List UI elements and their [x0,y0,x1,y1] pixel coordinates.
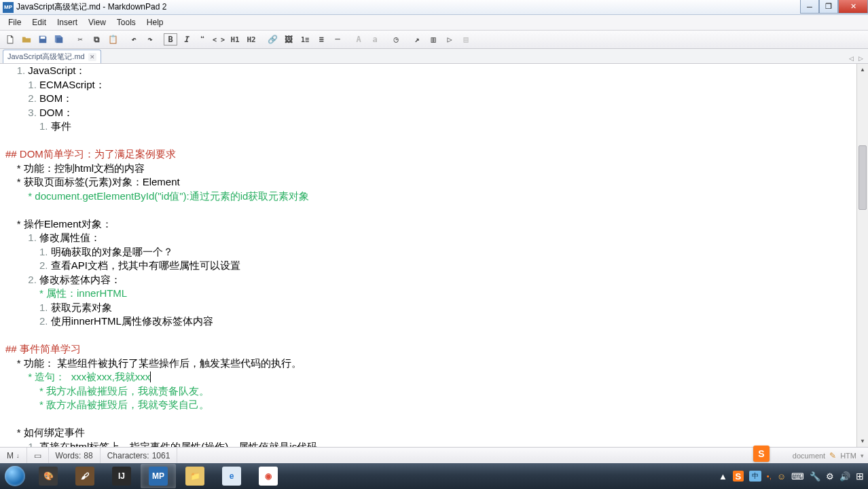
hr-button[interactable]: ─ [330,32,345,47]
bold-button[interactable]: B [164,33,177,46]
columns-button[interactable]: ▥ [426,32,441,47]
quote-button[interactable]: ❝ [195,32,210,47]
brush-icon: 🖌 [75,467,94,486]
copy-icon[interactable]: ⧉ [89,32,104,47]
chars-value: 1061 [152,451,170,460]
paint-icon: 🎨 [39,467,58,486]
tray-tool-icon[interactable]: 🔧 [810,471,820,482]
scroll-up-icon[interactable]: ▲ [857,64,868,75]
save-all-icon[interactable] [52,32,67,47]
undo-icon[interactable]: ↶ [126,32,141,47]
system-tray: ▲ S 中 •, ☺ ⌨ 🔧 ⚙ 🔊 ⊞ [715,463,868,489]
editor-text[interactable]: 1. JavaScript： 1. ECMAScript： 2. BOM： 3.… [0,64,856,447]
open-file-icon[interactable] [19,32,34,47]
status-bar: M↓ ▭ Words: 88 Characters: 1061 document… [0,447,868,463]
chrome-icon: ◉ [259,467,278,486]
separator [384,32,387,47]
menu-bar: File Edit Insert View Tools Help [0,15,868,30]
link-button[interactable]: 🔗 [265,32,280,47]
tray-keyboard-icon[interactable]: ⌨ [791,471,804,482]
status-htm-label: HTM [840,452,856,460]
taskbar-explorer[interactable]: 📁 [177,464,213,488]
scroll-down-icon[interactable]: ▼ [857,435,868,447]
h1-button[interactable]: H1 [228,32,242,47]
document-tab[interactable]: JavaScript高级笔记.md ✕ [3,50,101,63]
ie-icon: e [222,467,241,486]
tray-ime-mode[interactable]: 中 [749,471,761,482]
menu-insert[interactable]: Insert [52,16,83,29]
taskbar-markdownpad[interactable]: MP [141,464,176,488]
ordered-list-button[interactable]: 1≡ [297,32,312,47]
taskbar: 🎨🖌IJMP📁e◉ ▲ S 中 •, ☺ ⌨ 🔧 ⚙ 🔊 ⊞ [0,463,868,489]
code-button[interactable]: < > [211,32,226,47]
scrollbar-thumb[interactable] [858,145,867,210]
app-icon: MP [3,2,14,13]
tray-up-icon[interactable]: ▲ [719,471,727,482]
menu-view[interactable]: View [83,16,111,29]
tab-label: JavaScript高级笔记.md [7,52,85,62]
menu-help[interactable]: Help [141,16,169,29]
status-document-label: document [793,452,825,460]
taskbar-ie[interactable]: e [214,464,249,488]
status-dropdown-icon[interactable]: ▾ [861,452,864,459]
separator [260,32,264,47]
window-title: JavaScript高级笔记.md - MarkdownPad 2 [16,1,800,13]
timestamp-button[interactable]: ◷ [388,32,403,47]
words-label: Words: [56,451,82,460]
separator [122,32,125,47]
unordered-list-button[interactable]: ≡ [314,32,329,47]
tab-prev-icon[interactable]: ◁ [846,54,856,63]
new-file-icon[interactable] [3,32,18,47]
close-tab-icon[interactable]: ✕ [88,53,96,61]
italic-button[interactable]: I [179,32,194,47]
separator [68,32,71,47]
maximize-button[interactable]: ❐ [819,0,838,14]
taskbar-brush[interactable]: 🖌 [67,464,103,488]
cut-icon[interactable]: ✂ [73,32,88,47]
export-button[interactable]: ↗ [410,32,424,47]
status-words: Words: 88 [49,448,101,463]
menu-tools[interactable]: Tools [111,16,141,29]
intellij-icon: IJ [112,467,131,486]
markdownpad-icon: MP [149,467,168,486]
title-bar: MP JavaScript高级笔记.md - MarkdownPad 2 ─ ❐… [0,0,868,15]
menu-file[interactable]: File [3,16,26,29]
tray-sogou-icon[interactable]: S [733,471,744,482]
h2-button[interactable]: H2 [244,32,259,47]
status-book-icon[interactable]: ▭ [27,448,49,463]
redo-icon[interactable]: ↷ [143,32,158,47]
words-value: 88 [84,451,92,460]
status-characters: Characters: 1061 [101,448,178,463]
tray-gear-icon[interactable]: ⚙ [826,471,834,482]
separator [405,32,408,47]
taskbar-intellij[interactable]: IJ [104,464,139,488]
windows-orb-icon [5,466,25,486]
menu-edit[interactable]: Edit [26,16,52,29]
close-button[interactable]: ✕ [838,0,868,14]
status-markdown-icon[interactable]: M↓ [0,448,27,463]
vertical-scrollbar[interactable]: ▲ ▼ [856,64,868,447]
chars-label: Characters: [107,451,149,460]
tray-volume-icon[interactable]: 🔊 [839,471,850,482]
tray-grid-icon[interactable]: ⊞ [856,471,864,482]
tab-next-icon[interactable]: ▷ [856,54,865,63]
toolbar: ✂ ⧉ 📋 ↶ ↷ B I ❝ < > H1 H2 🔗 🖼 1≡ ≡ ─ A a… [0,30,868,49]
explorer-icon: 📁 [185,467,204,486]
tray-smile-icon[interactable]: ☺ [777,471,786,482]
settings-icon[interactable]: ▤ [458,32,473,47]
svg-rect-0 [41,37,46,39]
paste-icon[interactable]: 📋 [105,32,120,47]
taskbar-paint[interactable]: 🎨 [31,464,66,488]
preview-button[interactable]: ▷ [442,32,457,47]
uppercase-button[interactable]: A [351,32,366,47]
start-button[interactable] [0,463,30,489]
save-icon[interactable] [35,32,50,47]
image-button[interactable]: 🖼 [281,32,296,47]
editor-area: 1. JavaScript： 1. ECMAScript： 2. BOM： 3.… [0,64,868,447]
minimize-button[interactable]: ─ [800,0,819,14]
lowercase-button[interactable]: a [367,32,382,47]
ime-sogou-float[interactable]: S [753,446,770,462]
separator [346,32,350,47]
taskbar-chrome[interactable]: ◉ [251,464,286,488]
tab-strip: JavaScript高级笔记.md ✕ ◁ ▷ [0,49,868,64]
